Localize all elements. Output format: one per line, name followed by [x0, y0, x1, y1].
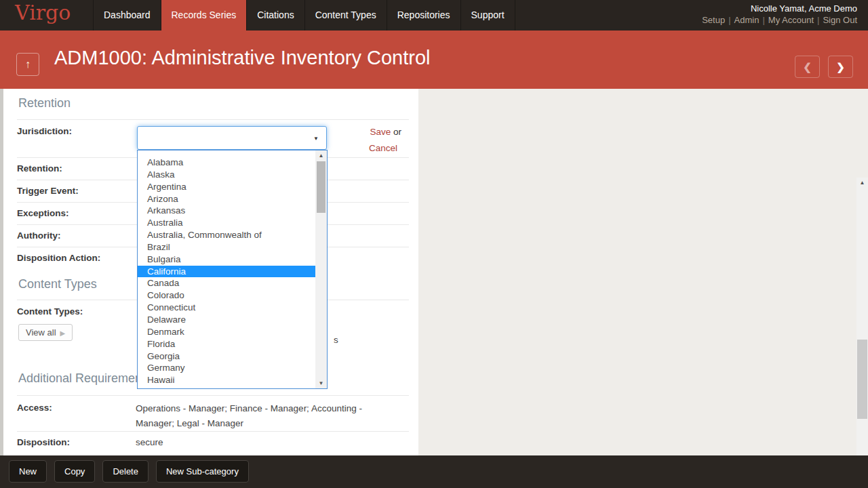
dropdown-option[interactable]: Alabama: [138, 157, 315, 169]
link-setup[interactable]: Setup: [702, 15, 725, 25]
dropdown-option[interactable]: Connecticut: [138, 302, 315, 314]
caret-down-icon: ▼: [313, 136, 319, 142]
user-box: Nicolle Yamat, Acme Demo Setup|Admin|My …: [702, 3, 857, 26]
disposition-label: Disposition:: [17, 437, 70, 447]
dropdown-option[interactable]: Delaware: [138, 314, 315, 326]
app-logo[interactable]: Virgo: [15, 1, 71, 24]
nav-tab-citations[interactable]: Citations: [246, 0, 304, 30]
delete-button[interactable]: Delete: [102, 460, 149, 483]
chevron-right-icon: ❯: [836, 61, 845, 73]
save-link[interactable]: Save: [370, 127, 391, 137]
trigger-event-field-label: Trigger Event:: [17, 186, 79, 196]
dropdown-option[interactable]: Bulgaria: [138, 253, 315, 266]
link-separator: |: [762, 15, 764, 25]
user-name: Nicolle Yamat, Acme Demo: [702, 3, 857, 14]
scrollbar-up-icon[interactable]: ▲: [315, 150, 327, 161]
dropdown-option[interactable]: Australia: [138, 217, 315, 229]
link-my-account[interactable]: My Account: [768, 15, 814, 25]
scroll-to-top-button[interactable]: ↑: [16, 53, 39, 76]
dropdown-option[interactable]: Georgia: [138, 350, 315, 363]
nav-tab-support[interactable]: Support: [460, 0, 515, 30]
link-sign-out[interactable]: Sign Out: [823, 15, 857, 25]
jurisdiction-dropdown-list: Alabama Alaska Argentina Arizona Arkansa…: [137, 150, 328, 389]
or-text: or: [391, 127, 401, 137]
save-or-row: Save or: [339, 127, 401, 137]
jurisdiction-label: Jurisdiction:: [17, 126, 72, 136]
dropdown-option[interactable]: Arkansas: [138, 205, 315, 217]
access-label: Access:: [17, 403, 52, 413]
chevron-left-icon: ❮: [803, 61, 812, 73]
previous-record-button[interactable]: ❮: [795, 56, 820, 78]
disposition-action-field-label: Disposition Action:: [17, 253, 100, 263]
footer-buttons: New Copy Delete New Sub-category: [9, 460, 249, 483]
dropdown-option[interactable]: Brazil: [138, 241, 315, 253]
disposition-value: secure: [136, 437, 163, 447]
authority-field-label: Authority:: [17, 230, 61, 241]
scrollbar-down-icon[interactable]: ▼: [315, 378, 327, 388]
nav-tabs: Dashboard Records Series Citations Conte…: [93, 0, 515, 30]
cancel-row: Cancel: [339, 143, 397, 153]
content-types-label: Content Types:: [17, 306, 83, 317]
link-admin[interactable]: Admin: [734, 15, 760, 25]
access-value: Operations - Manager; Finance - Manager;…: [136, 401, 393, 431]
next-record-button[interactable]: ❯: [828, 56, 853, 78]
copy-button[interactable]: Copy: [54, 460, 95, 483]
exceptions-field-label: Exceptions:: [17, 208, 69, 218]
content-type-text-fragment: s: [334, 335, 338, 345]
section-heading-additional-requirements: Additional Requirements: [18, 371, 151, 386]
page-scrollbar[interactable]: ▲ ▼: [856, 178, 868, 488]
scrollbar-thumb[interactable]: [317, 161, 326, 213]
jurisdiction-select[interactable]: ▼: [137, 126, 327, 150]
dropdown-option[interactable]: Argentina: [138, 181, 315, 193]
dropdown-option[interactable]: Colorado: [138, 289, 315, 302]
arrow-right-icon: ▶: [60, 329, 66, 337]
scrollbar-up-icon[interactable]: ▲: [856, 178, 868, 188]
top-nav-bar: Virgo Dashboard Records Series Citations…: [0, 0, 868, 30]
new-button[interactable]: New: [9, 460, 47, 483]
new-sub-category-button[interactable]: New Sub-category: [156, 460, 249, 483]
dropdown-scrollbar[interactable]: ▲ ▼: [315, 150, 327, 388]
view-all-button[interactable]: View all▶: [18, 324, 73, 341]
divider: [17, 395, 409, 396]
retention-field-label: Retention:: [17, 163, 62, 174]
dropdown-option[interactable]: Germany: [138, 362, 315, 374]
page-header: ↑ ADM1000: Administrative Inventory Cont…: [0, 30, 868, 89]
dropdown-option[interactable]: Arizona: [138, 193, 315, 205]
view-all-label: View all: [26, 327, 56, 338]
nav-tab-content-types[interactable]: Content Types: [304, 0, 387, 30]
user-links: Setup|Admin|My Account|Sign Out: [702, 14, 857, 26]
dropdown-option[interactable]: Canada: [138, 277, 315, 289]
cancel-link[interactable]: Cancel: [369, 143, 397, 153]
link-separator: |: [817, 15, 819, 25]
arrow-up-icon: ↑: [25, 58, 31, 70]
nav-tab-records-series[interactable]: Records Series: [161, 0, 247, 30]
scrollbar-thumb[interactable]: [857, 340, 867, 419]
footer-action-bar: New Copy Delete New Sub-category: [0, 455, 868, 488]
divider: [17, 119, 409, 120]
nav-tab-repositories[interactable]: Repositories: [387, 0, 460, 30]
dropdown-option[interactable]: Alaska: [138, 169, 315, 181]
section-heading-retention: Retention: [18, 96, 71, 110]
page-title: ADM1000: Administrative Inventory Contro…: [54, 47, 430, 69]
section-heading-content-types: Content Types: [18, 277, 97, 291]
nav-tab-dashboard[interactable]: Dashboard: [93, 0, 161, 30]
link-separator: |: [728, 15, 730, 25]
dropdown-option[interactable]: Hawaii: [138, 374, 315, 386]
divider: [17, 431, 409, 432]
dropdown-option[interactable]: Australia, Commonwealth of: [138, 229, 315, 241]
content-area: Retention Jurisdiction: Save or Cancel R…: [0, 89, 868, 455]
dropdown-options: Alabama Alaska Argentina Arizona Arkansa…: [138, 157, 315, 386]
dropdown-option[interactable]: Florida: [138, 338, 315, 350]
dropdown-option-highlighted[interactable]: California: [138, 266, 315, 278]
dropdown-option[interactable]: Denmark: [138, 326, 315, 338]
